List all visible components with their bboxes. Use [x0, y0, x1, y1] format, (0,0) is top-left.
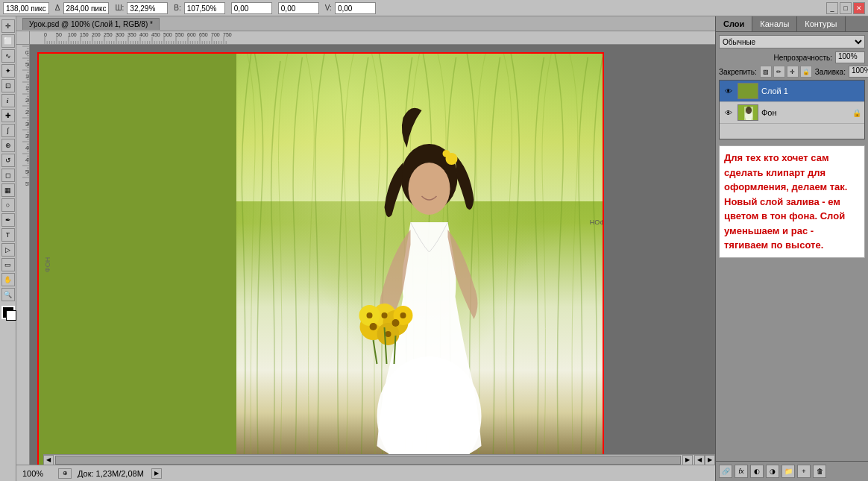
background-lock-icon: 🔒 — [852, 109, 861, 117]
tool-select-rect[interactable]: ⬜ — [1, 34, 15, 48]
tab-paths[interactable]: Контуры — [797, 16, 845, 31]
scroll-left-button[interactable]: ◀ — [43, 455, 54, 465]
angle-value[interactable]: 0,00 — [231, 2, 272, 14]
field-height-pct: В: 107,50% — [174, 2, 224, 14]
tool-heal[interactable]: ✚ — [1, 109, 15, 122]
v-value[interactable]: 0,00 — [335, 2, 376, 14]
window-controls[interactable]: _ □ ✕ — [826, 2, 865, 14]
main-layout: ✛ ⬜ ∿ ✦ ⊡ 𝒊 ✚ ∫ ⊕ ↺ ◻ ▦ ○ ✒ T ▷ ▭ ✋ 🔍 Ур… — [0, 16, 868, 481]
tool-crop[interactable]: ⊡ — [1, 79, 15, 92]
background-thumbnail — [738, 104, 758, 121]
new-layer-button[interactable]: + — [797, 465, 811, 478]
svg-point-176 — [391, 319, 399, 327]
tool-history[interactable]: ↺ — [1, 154, 15, 167]
annotation-text-box: Для тех кто хочет сам сделать клипарт дл… — [719, 145, 865, 258]
svg-text:300: 300 — [116, 32, 125, 37]
svg-point-175 — [381, 312, 387, 318]
tool-magic-wand[interactable]: ✦ — [1, 64, 15, 78]
blend-mode-select[interactable]: Обычные — [719, 35, 865, 48]
lock-transparent-button[interactable]: ▨ — [760, 66, 772, 78]
green-fill-layer: ФОН — [39, 54, 236, 465]
layer-item-layer1[interactable]: 👁 Слой 1 — [720, 81, 864, 102]
tool-clone[interactable]: ⊕ — [1, 139, 15, 152]
delete-layer-button[interactable]: 🗑 — [813, 465, 826, 478]
status-icon[interactable]: ⊕ — [58, 468, 72, 479]
toolbar-fields: 138,00 пикс Δ 284,00 пикс Ш: 32,29% В: 1… — [3, 2, 376, 14]
layer-item-background[interactable]: 👁 Фон 🔒 — [720, 102, 864, 124]
maximize-button[interactable]: □ — [840, 2, 852, 14]
background-color[interactable] — [6, 310, 16, 321]
tool-text[interactable]: T — [1, 228, 15, 242]
opacity-value[interactable]: 100% — [835, 51, 865, 63]
ruler-h-svg: 0501001502002503003504004505005506006507… — [43, 31, 640, 44]
tool-shape[interactable]: ▭ — [1, 258, 15, 271]
tool-path-select[interactable]: ▷ — [1, 243, 15, 257]
ruler-vertical: 050100150200250300350400450500550 — [16, 45, 30, 465]
tool-lasso[interactable]: ∿ — [1, 49, 15, 63]
document-tab[interactable]: Урок.psd @ 100% (Слой 1, RGB/8) * — [22, 18, 160, 30]
field-width: 138,00 пикс — [3, 2, 49, 14]
document-tab-label: Урок.psd @ 100% (Слой 1, RGB/8) * — [29, 20, 153, 28]
field-height: Δ 284,00 пикс — [55, 2, 110, 14]
add-mask-button[interactable]: ◐ — [750, 465, 764, 478]
lock-position-button[interactable]: ✛ — [787, 66, 799, 78]
svg-text:600: 600 — [187, 32, 196, 37]
opacity-row: Непрозрачность: 100% — [719, 51, 865, 63]
lock-all-button[interactable]: 🔒 — [800, 66, 812, 78]
tool-brush[interactable]: ∫ — [1, 124, 15, 137]
scroll-nav-right[interactable]: ▶ — [705, 455, 715, 465]
tool-move[interactable]: ✛ — [1, 19, 15, 33]
panel-bottom-toolbar: 🔗 fx ◐ ◑ 📁 + 🗑 — [716, 461, 868, 481]
background-layer-name: Фон — [761, 108, 849, 117]
fill-section: Заливка: 100% — [815, 66, 868, 78]
svg-point-174 — [369, 323, 377, 330]
tool-dodge[interactable]: ○ — [1, 198, 15, 212]
layer1-visibility-toggle[interactable]: 👁 — [723, 85, 735, 97]
v-label: V: — [325, 4, 332, 12]
link-layers-button[interactable]: 🔗 — [719, 465, 732, 478]
bg-thumb-svg — [738, 105, 758, 121]
status-nav-arrow[interactable]: ▶ — [151, 468, 162, 479]
layer1-thumb-preview — [738, 84, 758, 98]
height-value[interactable]: 284,00 пикс — [63, 2, 110, 14]
close-button[interactable]: ✕ — [853, 2, 865, 14]
status-bar: 100% ⊕ Док: 1,23М/2,08М ▶ — [16, 465, 715, 481]
tool-gradient[interactable]: ▦ — [1, 183, 15, 197]
tool-hand[interactable]: ✋ — [1, 273, 15, 286]
width-value[interactable]: 138,00 пикс — [3, 2, 49, 14]
group-button[interactable]: 📁 — [781, 465, 795, 478]
field-angle: 0,00 — [231, 2, 272, 14]
foreground-color[interactable] — [1, 306, 15, 319]
tab-layers[interactable]: Слои — [716, 16, 752, 31]
svg-text:500: 500 — [163, 32, 172, 37]
svg-point-165 — [408, 163, 450, 215]
delta-label: Δ — [55, 4, 60, 12]
width-pct-label: Ш: — [115, 4, 124, 12]
lock-image-button[interactable]: ✏ — [773, 66, 785, 78]
skew-value[interactable]: 0,00 — [278, 2, 319, 14]
tab-channels[interactable]: Каналы — [752, 16, 797, 31]
photo-layer: ФОН — [236, 54, 603, 465]
width-pct-value[interactable]: 32,29% — [127, 2, 168, 14]
status-doc-info: Док: 1,23М/2,08М — [78, 469, 144, 478]
scroll-thumb-h[interactable] — [55, 456, 681, 465]
scroll-nav-left[interactable]: ◀ — [694, 455, 705, 465]
background-visibility-toggle[interactable]: 👁 — [723, 107, 735, 119]
horizontal-scrollbar[interactable]: ◀ ▶ ◀ ▶ — [43, 454, 715, 465]
tool-eraser[interactable]: ◻ — [1, 169, 15, 182]
height-pct-value[interactable]: 107,50% — [184, 2, 225, 14]
svg-point-179 — [400, 312, 406, 318]
svg-text:0: 0 — [44, 32, 47, 37]
fill-value[interactable]: 100% — [849, 66, 868, 78]
scroll-right-button[interactable]: ▶ — [682, 455, 693, 465]
tool-eyedropper[interactable]: 𝒊 — [1, 94, 15, 107]
tool-zoom[interactable]: 🔍 — [1, 288, 15, 301]
document-canvas[interactable]: ФОН — [30, 45, 715, 465]
layer-effects-button[interactable]: fx — [735, 465, 748, 478]
background-thumb-preview — [738, 105, 758, 120]
adjustment-button[interactable]: ◑ — [766, 465, 779, 478]
minimize-button[interactable]: _ — [826, 2, 838, 14]
tool-pen[interactable]: ✒ — [1, 213, 15, 227]
svg-text:450: 450 — [151, 32, 160, 37]
ruler-v-svg: 050100150200250300350400450500550 — [16, 45, 30, 462]
